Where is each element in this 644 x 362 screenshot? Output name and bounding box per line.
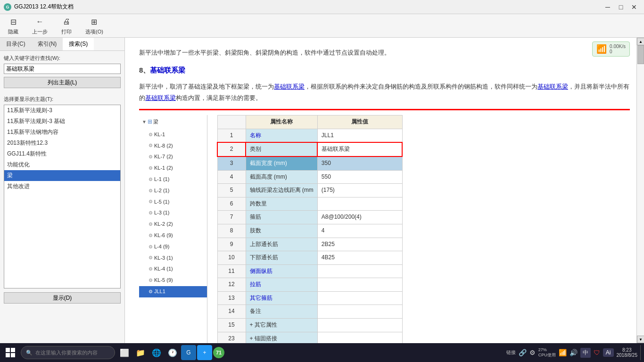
right-scrollbar[interactable]: ▲ ▼ bbox=[636, 38, 644, 343]
theme-item[interactable]: 梁 bbox=[4, 170, 120, 181]
print-button[interactable]: 🖨 打印 bbox=[58, 15, 75, 36]
cpu-label: 27% CPU使用 bbox=[538, 347, 556, 358]
right-content[interactable]: 📶 0.00K/s 0 新平法中增加了一些水平折梁、斜梁阳角、斜梁阴角的构造，软… bbox=[125, 38, 644, 343]
tree-node[interactable]: ⚙JLL1 bbox=[139, 286, 207, 297]
prop-name-link[interactable]: 其它箍筋 bbox=[250, 295, 272, 301]
tree-node[interactable]: ⚙KL-4 (1) bbox=[139, 263, 207, 275]
theme-item[interactable]: 其他改进 bbox=[4, 181, 120, 192]
table-row: 3截面宽度 (mm)350 bbox=[217, 156, 402, 170]
hide-button[interactable]: ⊟ 隐藏 bbox=[5, 15, 22, 36]
gear-icon: ⚙ bbox=[149, 175, 153, 184]
tree-node-label: L-4 (9) bbox=[154, 242, 169, 252]
settings-icon[interactable]: ⚙ bbox=[529, 349, 536, 356]
ggj-icon[interactable]: G bbox=[181, 345, 196, 360]
theme-item[interactable]: 功能优化 bbox=[4, 159, 120, 170]
red-separator bbox=[139, 109, 630, 110]
theme-item[interactable]: 11系新平法规则-3 bbox=[4, 105, 120, 116]
ime-label[interactable]: 中 bbox=[580, 348, 591, 358]
tree-node[interactable]: ⚙KL-1 (2) bbox=[139, 163, 207, 174]
tree-root: ▼ ⊞ 梁 bbox=[139, 115, 207, 129]
col-name-header: 属性名称 bbox=[246, 115, 317, 129]
wifi-widget: 📶 0.00K/s 0 bbox=[592, 41, 630, 57]
prop-name-cell: 肢数 bbox=[246, 224, 317, 238]
prop-name-cell: 其它箍筋 bbox=[246, 291, 317, 305]
taskbar-search[interactable]: 🔍 在这里输入你要搜索的内容 bbox=[21, 346, 115, 359]
prop-value-cell bbox=[317, 278, 402, 292]
gear-icon: ⚙ bbox=[149, 197, 153, 206]
theme-item[interactable]: GGJ11.4新特性 bbox=[4, 148, 120, 159]
link-label: 链接 bbox=[506, 349, 516, 356]
minimize-button[interactable]: ─ bbox=[602, 2, 614, 12]
options-button[interactable]: ⊞ 选项(O) bbox=[83, 15, 106, 36]
wifi-icon: 📶 bbox=[596, 44, 607, 54]
tree-node[interactable]: ⚙KL-3 (1) bbox=[139, 253, 207, 264]
show-desktop-icon[interactable] bbox=[640, 345, 642, 360]
row-number: 9 bbox=[217, 238, 246, 251]
list-topics-button[interactable]: 列出主题(L) bbox=[4, 77, 121, 88]
tree-node[interactable]: ⚙KL-6 (9) bbox=[139, 230, 207, 241]
search-input[interactable] bbox=[4, 64, 121, 74]
window-title: GGJ2013 12.4帮助文档 bbox=[14, 3, 74, 11]
tree-node-label: KL-6 (9) bbox=[154, 231, 173, 240]
tab-search[interactable]: 搜索(S) bbox=[63, 38, 94, 50]
maximize-button[interactable]: □ bbox=[615, 2, 627, 12]
prop-name-cell: 轴线距梁左边线距离 (mm bbox=[246, 184, 317, 197]
tree-node[interactable]: ⚙KL-2 (2) bbox=[139, 219, 207, 230]
section-title-link[interactable]: 基础联系梁 bbox=[150, 66, 185, 74]
task-view-icon[interactable]: ⬜ bbox=[117, 345, 132, 360]
back-button[interactable]: ← 上一步 bbox=[29, 15, 50, 36]
network-icon: 🔗 bbox=[519, 349, 527, 356]
tree-node[interactable]: ⚙L-3 (1) bbox=[139, 207, 207, 219]
intro-paragraph: 新平法中增加了一些水平折梁、斜梁阳角、斜梁阴角的构造，软件中通过节点设置自动处理… bbox=[139, 47, 630, 58]
notification-badge[interactable]: 71 bbox=[213, 347, 224, 358]
tab-index[interactable]: 索引(N) bbox=[32, 38, 63, 50]
scroll-up-arrow[interactable]: ▲ bbox=[637, 38, 644, 45]
tree-node[interactable]: ⚙KL-8 (2) bbox=[139, 140, 207, 152]
theme-item[interactable]: 11系新平法规则-3 基础 bbox=[4, 116, 120, 127]
collapse-icon[interactable]: ▼ bbox=[142, 118, 147, 126]
start-button[interactable] bbox=[2, 344, 19, 361]
prop-value-cell bbox=[317, 332, 402, 343]
prop-name-link[interactable]: 拉筋 bbox=[250, 281, 261, 288]
file-manager-icon[interactable]: 📁 bbox=[133, 345, 148, 360]
tree-node[interactable]: ⚙L-1 (1) bbox=[139, 174, 207, 185]
theme-list[interactable]: 11系新平法规则-311系新平法规则-3 基础11系新平法钢增内容2013新特性… bbox=[4, 105, 121, 288]
tree-table-container: ▼ ⊞ 梁 ⚙KL-1⚙KL-8 (2)⚙KL-7 (2)⚙KL-1 (2)⚙L… bbox=[139, 115, 630, 343]
taskbar-right: 链接 🔗 ⚙ 27% CPU使用 📶 🔊 中 🛡 Ai 8:23 2018/8/… bbox=[506, 345, 642, 360]
tree-node[interactable]: ⚙L-2 (1) bbox=[139, 185, 207, 197]
theme-item[interactable]: 11系新平法钢增内容 bbox=[4, 127, 120, 138]
prop-name-link[interactable]: 侧面纵筋 bbox=[250, 268, 272, 274]
tree-node[interactable]: ⚙KL-7 (2) bbox=[139, 151, 207, 163]
row-number: 10 bbox=[217, 251, 246, 265]
scroll-thumb[interactable] bbox=[637, 45, 644, 64]
left-panel: 目录(C) 索引(N) 搜索(S) 键入关键字进行查找(W): 列出主题(L) … bbox=[0, 38, 125, 343]
clock-icon[interactable]: 🕐 bbox=[165, 345, 180, 360]
show-button[interactable]: 显示(D) bbox=[4, 292, 121, 304]
link-jll-2[interactable]: 基础联系梁 bbox=[537, 83, 568, 90]
tab-contents[interactable]: 目录(C) bbox=[0, 38, 32, 50]
ai-label[interactable]: Ai bbox=[603, 348, 614, 357]
table-row: 9上部通长筋2B25 bbox=[217, 238, 402, 251]
antivirus-icon: 🛡 bbox=[594, 349, 600, 356]
prop-name-cell: 截面宽度 (mm) bbox=[246, 156, 317, 170]
search-icon: 🔍 bbox=[26, 350, 33, 356]
window-controls: ─ □ ✕ bbox=[602, 2, 640, 12]
tree-node[interactable]: ⚙L-4 (9) bbox=[139, 241, 207, 253]
prop-value-cell bbox=[317, 305, 402, 319]
link-jll-3[interactable]: 基础联系梁 bbox=[145, 94, 176, 101]
browser-icon[interactable]: 🌐 bbox=[149, 345, 164, 360]
tree-node[interactable]: ⚙KL-1 bbox=[139, 129, 207, 140]
close-button[interactable]: ✕ bbox=[628, 2, 640, 12]
prop-name-link[interactable]: 名称 bbox=[250, 132, 261, 139]
theme-item[interactable]: 2013新特性12.3 bbox=[4, 138, 120, 148]
scroll-down-arrow[interactable]: ▼ bbox=[637, 336, 644, 343]
prop-value-cell bbox=[317, 264, 402, 278]
tree-node[interactable]: ⚙KL-5 (9) bbox=[139, 275, 207, 286]
gear-icon: ⚙ bbox=[149, 243, 153, 251]
taskbar-clock: 8:23 2018/8/25 bbox=[617, 347, 638, 358]
wifi-speed: 0.00K/s 0 bbox=[610, 44, 626, 54]
table-row: 23+ 锚固搭接 bbox=[217, 332, 402, 343]
helper-icon[interactable]: + bbox=[197, 345, 212, 360]
link-jll-1[interactable]: 基础联系梁 bbox=[274, 83, 305, 90]
tree-node[interactable]: ⚙L-5 (1) bbox=[139, 197, 207, 208]
